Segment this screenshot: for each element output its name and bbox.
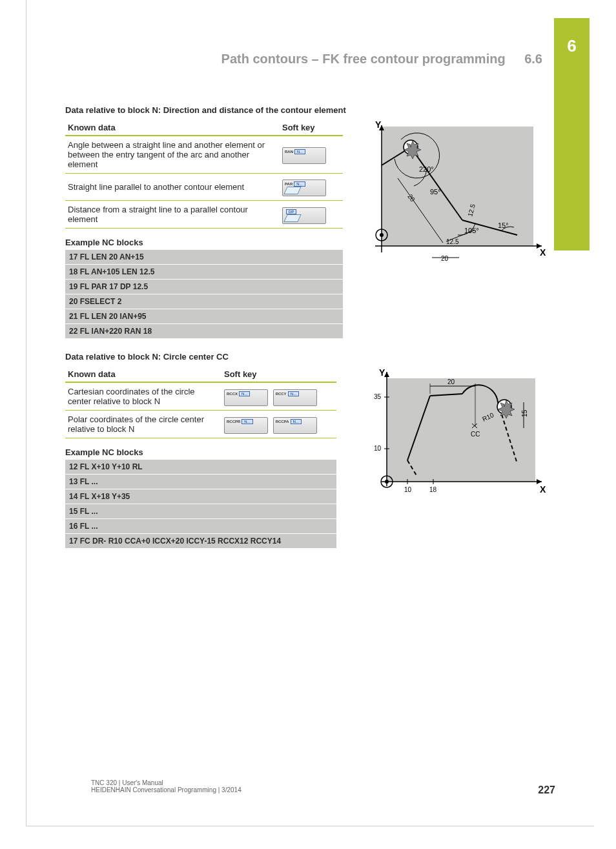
page-number: 227 bbox=[538, 784, 555, 796]
cell-desc: Angle between a straight line and anothe… bbox=[65, 136, 280, 174]
svg-text:10: 10 bbox=[374, 445, 382, 452]
nc-line: 15 FL ... bbox=[65, 504, 336, 519]
svg-marker-26 bbox=[537, 479, 542, 484]
section1-example-heading: Example NC blocks bbox=[65, 238, 343, 247]
cell-desc: Distance from a straight line to a paral… bbox=[65, 201, 280, 229]
softkey-rccpr[interactable]: RCCPRN... bbox=[224, 417, 268, 434]
softkey-dp[interactable]: DP bbox=[282, 207, 326, 224]
section2-nc-blocks: 12 FL X+10 Y+10 RL 13 FL ... 14 FL X+18 … bbox=[65, 460, 336, 549]
svg-text:220°: 220° bbox=[419, 165, 434, 173]
cell-desc: Cartesian coordinates of the circle cent… bbox=[65, 382, 221, 411]
section2-example-heading: Example NC blocks bbox=[65, 447, 343, 457]
table-row: Cartesian coordinates of the circle cent… bbox=[65, 382, 336, 411]
page: 6 Path contours – FK free contour progra… bbox=[26, 0, 594, 826]
svg-text:X: X bbox=[540, 247, 546, 258]
nc-line: 13 FL ... bbox=[65, 475, 336, 489]
svg-text:15°: 15° bbox=[498, 221, 509, 229]
parallelogram-icon bbox=[283, 214, 302, 222]
footer-line2: HEIDENHAIN Conversational Programming | … bbox=[91, 786, 241, 793]
svg-text:20: 20 bbox=[447, 378, 455, 385]
th-softkey: Soft key bbox=[280, 120, 343, 136]
parallelogram-icon bbox=[283, 187, 302, 194]
nc-line: 21 FL LEN 20 IAN+95 bbox=[65, 309, 343, 324]
nc-line: 14 FL X+18 Y+35 bbox=[65, 489, 336, 504]
section-number: 6.6 bbox=[524, 52, 542, 66]
svg-text:15: 15 bbox=[521, 409, 528, 417]
th-softkey: Soft key bbox=[221, 367, 336, 382]
nc-line: 18 FL AN+105 LEN 12.5 bbox=[65, 265, 343, 280]
nc-line: 22 FL IAN+220 RAN 18 bbox=[65, 324, 343, 339]
table-row: Distance from a straight line to a paral… bbox=[65, 201, 343, 229]
svg-text:105°: 105° bbox=[464, 227, 479, 234]
svg-point-41 bbox=[385, 480, 389, 484]
footer: TNC 320 | User's Manual HEIDENHAIN Conve… bbox=[91, 779, 241, 793]
svg-text:12.5: 12.5 bbox=[446, 238, 459, 245]
nc-line: 12 FL X+10 Y+10 RL bbox=[65, 460, 336, 475]
svg-text:CC: CC bbox=[471, 431, 480, 438]
nc-line: 17 FL LEN 20 AN+15 bbox=[65, 250, 343, 265]
table-row: Straight line parallel to another contou… bbox=[65, 174, 343, 201]
section2-heading: Data relative to block N: Circle center … bbox=[65, 352, 575, 362]
page-title: Path contours – FK free contour programm… bbox=[65, 52, 575, 66]
title-text: Path contours – FK free contour programm… bbox=[221, 52, 506, 66]
svg-text:Y: Y bbox=[379, 367, 385, 378]
softkey-rccpa[interactable]: RCCPAN... bbox=[273, 417, 317, 434]
svg-text:X: X bbox=[540, 484, 546, 495]
softkey-par[interactable]: PARN... bbox=[282, 179, 326, 196]
svg-point-12 bbox=[380, 233, 384, 237]
nc-line: 17 FC DR- R10 CCA+0 ICCX+20 ICCY-15 RCCX… bbox=[65, 534, 336, 549]
svg-text:Y: Y bbox=[375, 120, 382, 130]
diagram-2: Y X CC R10 bbox=[362, 367, 543, 509]
svg-text:35: 35 bbox=[374, 393, 382, 400]
section2-table: Known data Soft key Cartesian coordinate… bbox=[65, 367, 336, 438]
table-row: Angle between a straight line and anothe… bbox=[65, 136, 343, 174]
svg-text:18: 18 bbox=[429, 486, 437, 493]
cell-desc: Straight line parallel to another contou… bbox=[65, 174, 280, 201]
nc-line: 19 FL PAR 17 DP 12.5 bbox=[65, 280, 343, 294]
section1-nc-blocks: 17 FL LEN 20 AN+15 18 FL AN+105 LEN 12.5… bbox=[65, 250, 343, 339]
svg-text:10: 10 bbox=[404, 486, 412, 493]
th-known: Known data bbox=[65, 367, 221, 382]
table-row: Polar coordinates of the circle center r… bbox=[65, 411, 336, 438]
svg-text:20: 20 bbox=[441, 255, 449, 262]
softkey-ran[interactable]: RANN... bbox=[282, 147, 326, 164]
softkey-rccy[interactable]: RCCYN... bbox=[273, 389, 317, 406]
svg-text:95°: 95° bbox=[430, 188, 441, 196]
softkey-rccx[interactable]: RCCXN... bbox=[224, 389, 268, 406]
diagram-1: Y X bbox=[362, 120, 543, 262]
nc-line: 16 FL ... bbox=[65, 519, 336, 534]
cell-desc: Polar coordinates of the circle center r… bbox=[65, 411, 221, 438]
footer-line1: TNC 320 | User's Manual bbox=[91, 779, 241, 786]
nc-line: 20 FSELECT 2 bbox=[65, 294, 343, 309]
th-known: Known data bbox=[65, 120, 280, 136]
section1-table: Known data Soft key Angle between a stra… bbox=[65, 120, 343, 229]
chapter-tab: 6 bbox=[554, 18, 590, 251]
section1-heading: Data relative to block N: Direction and … bbox=[65, 105, 575, 115]
